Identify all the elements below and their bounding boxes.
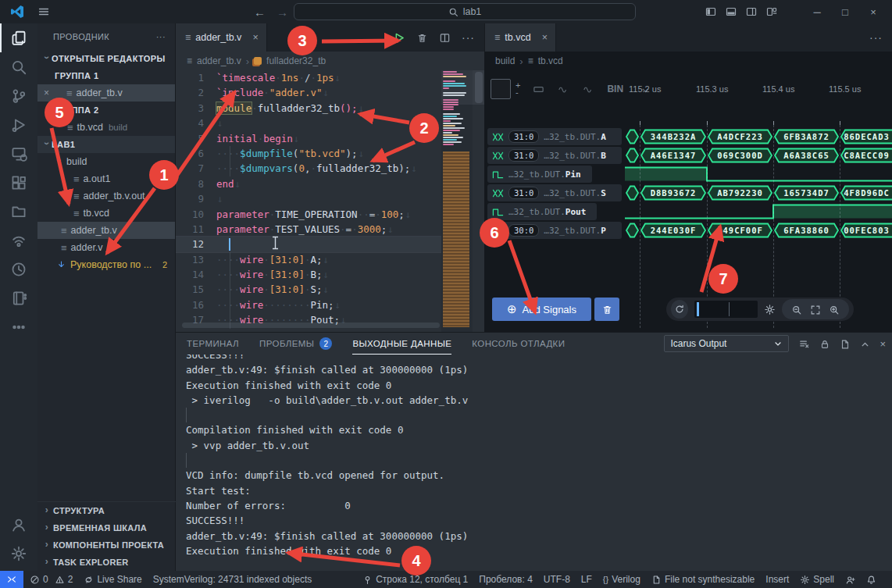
code-line-16[interactable]: 16····wire········Pin;↓ [176,298,441,312]
activity-item-folder[interactable] [0,197,37,226]
tree-row--[interactable]: ›ОТКРЫТЫЕ РЕДАКТОРЫ [37,50,175,67]
signal-row-b[interactable]: 31:0…32_tb.DUT.B [486,146,623,165]
tab-close-icon[interactable]: × [542,32,548,43]
tree-row-adder_tb.v.out[interactable]: ≡adder_tb.v.out [37,187,175,205]
status-eol[interactable]: LF [581,574,592,585]
tab-tbvcd[interactable]: ≡ tb.vcd × [485,23,556,52]
code-line-15[interactable]: 15····wire·[31:0]·S;↓ [176,282,441,297]
panel-tab-проблемы[interactable]: ПРОБЛЕМЫ2 [259,333,332,355]
code-line-5[interactable]: 5initial·begin↓ [176,131,441,146]
zoom-in-icon[interactable] [829,303,840,315]
code-lines[interactable]: 1`timescale·1ns·/·1ps↓2`include·"adder.v… [176,70,441,332]
refresh-button[interactable] [671,300,688,319]
tree-row-lab1[interactable]: ›LAB1 [37,136,175,153]
code-line-3[interactable]: 3module·fulladder32_tb();↓ [176,101,441,116]
activity-item-account[interactable] [0,510,37,539]
tab-adder-tb[interactable]: ≡ adder_tb.v × [176,23,267,52]
maximize-panel-icon[interactable] [860,337,870,349]
tab-close-icon[interactable]: × [252,32,258,43]
toggle-panel-icon[interactable] [725,5,737,19]
run-button[interactable] [392,30,405,44]
activity-item-run-debug[interactable] [0,110,37,139]
activity-item-notebook[interactable] [0,283,37,312]
activity-item-remote[interactable] [0,139,37,168]
tree-row--1[interactable]: ГРУППА 1 [37,67,175,84]
lock-icon[interactable] [819,337,830,350]
code-line-2[interactable]: 2`include·"adder.v"↓ [176,85,441,100]
editor-more-icon[interactable]: ··· [462,31,475,44]
toggle-secondary-sidebar-icon[interactable] [745,5,758,19]
activity-item-explorer[interactable] [0,23,37,52]
back-arrow-icon[interactable]: ← [254,5,266,19]
status-indexer[interactable]: SystemVerilog: 24731 indexed objects [153,574,312,585]
sidebar-section-компоненты-проекта[interactable]: ›КОМПОНЕНТЫ ПРОЕКТА [37,536,176,554]
code-line-8[interactable]: 8end↓ [176,176,441,191]
minimize-button[interactable]: ─ [806,6,828,18]
status-spell[interactable]: Spell [800,574,834,585]
editor-more-icon[interactable]: ··· [869,31,883,44]
close-icon[interactable]: × [44,87,49,98]
close-panel-icon[interactable]: × [880,338,886,350]
breadcrumb-symbol[interactable]: fulladder32_tb [266,55,326,66]
wave-lane-s[interactable]: D8B93672AB792230165734D74F8D96DC [625,184,892,202]
signal-row-a[interactable]: 31:0…32_tb.DUT.A [486,127,623,146]
activity-item-search[interactable] [0,52,37,81]
signal-row-s[interactable]: 31:0…32_tb.DUT.S [486,184,623,202]
wave-lane-a[interactable]: 344B232AA4DCF2236FB3A87286DECAD3 [625,127,892,146]
maximize-button[interactable]: □ [834,6,856,18]
waveform-breadcrumb[interactable]: build › ≡ tb.vcd [484,52,892,70]
tree-row-adder.v[interactable]: ≡adder.v [37,239,175,256]
code-line-14[interactable]: 14····wire·[31:0]·B;↓ [176,267,441,282]
decrease-icon[interactable]: - [516,89,520,96]
activity-item-extensions[interactable] [0,168,37,197]
sidebar-section-структура[interactable]: ›СТРУКТУРА [37,502,176,519]
menu-icon[interactable] [37,5,50,19]
sidebar-more-icon[interactable]: ··· [156,32,166,41]
stepped-wave-icon[interactable] [582,83,594,95]
add-signals-button[interactable]: ⊕ Add Signals [492,298,591,321]
activity-item-more[interactable] [0,312,37,341]
status-insert-mode[interactable]: Insert [765,574,789,585]
terminal-output[interactable]: SUCCESS!!!adder_tb.v:49: $finish called … [186,355,889,571]
status-language[interactable]: {}Verilog [603,574,640,585]
activity-item-source-control[interactable] [0,81,37,110]
code-line-12[interactable]: 12 [176,237,441,251]
code-line-1[interactable]: 1`timescale·1ns·/·1ps↓ [176,70,441,85]
trash-icon[interactable] [416,31,428,44]
status-synthesis-status[interactable]: File not synthesizable [651,574,755,585]
wave-settings-gear-icon[interactable] [764,303,776,315]
breadcrumb-file[interactable]: adder_tb.v [197,55,241,66]
code-line-13[interactable]: 13····wire·[31:0]·A;↓ [176,252,441,267]
tree-row-adder_tb.v[interactable]: ≡adder_tb.v [37,222,175,239]
customize-layout-icon[interactable] [765,5,778,19]
clear-output-icon[interactable] [798,337,810,350]
panel-tab-терминал[interactable]: ТЕРМИНАЛ [187,333,239,355]
status-notifications[interactable] [866,574,876,585]
status-problems[interactable]: 02 [30,574,73,585]
wave-lane-p[interactable]: 244E030F049CF00F6FA3886000FEC803 [625,221,892,240]
activity-item-history[interactable] [0,255,37,283]
forward-arrow-icon[interactable]: → [277,5,288,19]
signal-row-pout[interactable]: …32_tb.DUT.Pout [486,202,623,221]
code-line-6[interactable]: 6····$dumpfile("tb.vcd");↓ [176,146,441,161]
panel-tab-консоль-отладки[interactable]: КОНСОЛЬ ОТЛАДКИ [472,333,565,355]
sidebar-section-временная-шкала[interactable]: ›ВРЕМЕННАЯ ШКАЛА [37,519,176,536]
linear-wave-icon[interactable] [557,83,569,95]
zoom-fit-icon[interactable] [810,303,821,315]
tree-row-tb.vcd[interactable]: ≡tb.vcd [37,205,175,222]
close-button[interactable]: × [862,6,884,18]
code-line-4[interactable]: 4↓ [176,116,441,130]
remove-signals-button[interactable] [594,298,619,321]
color-swatch[interactable] [491,79,511,99]
activity-item-wave[interactable] [0,226,37,255]
toggle-sidebar-icon[interactable] [705,5,717,19]
status-indentation[interactable]: Пробелов: 4 [479,574,533,585]
bus-style-icon[interactable] [533,83,544,95]
split-editor-icon[interactable] [439,31,451,44]
code-line-11[interactable]: 11parameter·TEST_VALUES·=·3000;↓ [176,222,441,237]
vertical-scrollbar[interactable] [475,72,483,103]
zoom-out-icon[interactable] [791,303,802,315]
status-encoding[interactable]: UTF-8 [544,574,570,585]
command-search-box[interactable]: lab1 [294,3,636,20]
code-line-7[interactable]: 7····$dumpvars(0,·fulladder32_tb);↓ [176,161,441,176]
